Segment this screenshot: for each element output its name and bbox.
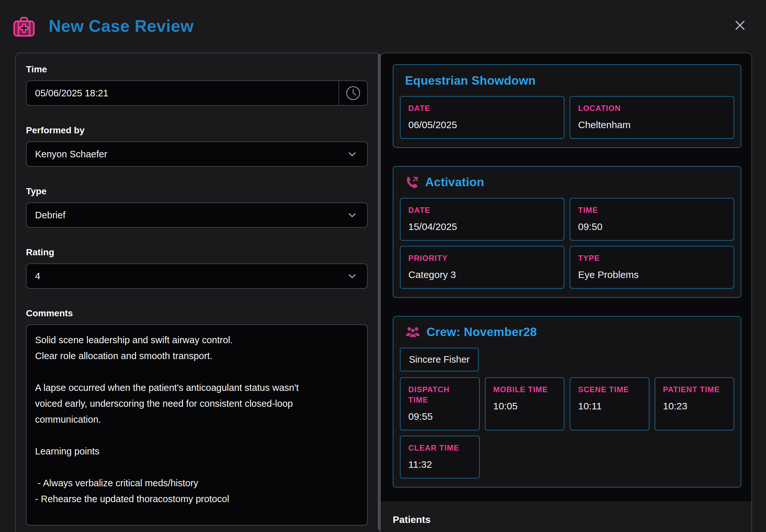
activation-priority-field: PRIORITY Category 3 [400,246,565,289]
event-card: Equestrian Showdown DATE 06/05/2025 LOCA… [393,64,741,148]
performed-by-value: Kenyon Schaefer [35,149,107,160]
patient-time-field: PATIENT TIME 10:23 [655,377,735,430]
rating-select[interactable]: 4 [26,263,368,289]
time-picker-button[interactable] [338,80,368,106]
patients-section: Patients Lorenzo Bahringer Mr. Rodolfo O… [381,501,751,532]
field-value: Category 3 [408,269,556,280]
rating-label: Rating [26,247,368,258]
case-review-form: Time Performed by Kenyon Schaefer Type D… [15,53,380,532]
close-icon [734,19,747,32]
field-value: 10:05 [493,401,556,412]
activation-date-field: DATE 15/04/2025 [400,198,565,241]
comments-label: Comments [26,308,368,319]
dispatch-time-field: DISPATCH TIME 09:55 [400,377,480,430]
type-select[interactable]: Debrief [26,202,368,228]
case-summary-panel: Equestrian Showdown DATE 06/05/2025 LOCA… [380,53,752,532]
field-value: 11:32 [408,459,471,470]
close-button[interactable] [731,16,749,34]
patients-heading: Patients [393,514,739,525]
comments-textarea[interactable]: Solid scene leadership and swift airway … [26,324,368,526]
scrollbar-thumb[interactable] [378,54,381,530]
field-label: MOBILE TIME [493,384,556,395]
chevron-down-icon [347,149,357,159]
clock-icon [346,86,360,101]
time-input[interactable] [26,80,338,106]
field-label: LOCATION [578,103,726,114]
performed-by-select[interactable]: Kenyon Schaefer [26,141,368,167]
field-value: 10:23 [663,401,726,412]
clear-time-field: CLEAR TIME 11:32 [400,436,480,478]
dialog-header: New Case Review [0,0,766,42]
crew-group-icon [405,325,421,339]
phone-outgoing-icon [405,175,420,189]
first-aid-kit-icon [12,14,36,38]
field-label: TYPE [578,253,726,263]
time-label: Time [26,64,368,75]
type-label: Type [26,186,368,197]
field-value: 15/04/2025 [408,221,556,232]
activation-title: Activation [425,175,484,189]
performed-by-label: Performed by [26,125,368,136]
field-value: 09:55 [408,411,471,422]
rating-value: 4 [35,271,40,282]
crew-member-chip: Sincere Fisher [400,348,479,371]
scene-time-field: SCENE TIME 10:11 [570,377,650,430]
mobile-time-field: MOBILE TIME 10:05 [485,377,565,430]
field-label: DATE [408,205,556,215]
field-value: 10:11 [578,401,641,412]
page-title: New Case Review [49,16,194,36]
type-value: Debrief [35,210,66,221]
activation-type-field: TYPE Eye Problems [570,246,734,289]
field-label: DISPATCH TIME [408,384,471,405]
activation-time-field: TIME 09:50 [570,198,734,241]
event-location-field: LOCATION Cheltenham [570,96,734,139]
field-label: TIME [578,205,726,215]
field-value: 09:50 [578,221,726,232]
chevron-down-icon [347,271,357,281]
activation-card: Activation DATE 15/04/2025 TIME 09:50 PR… [393,166,741,298]
chevron-down-icon [347,210,357,220]
field-label: SCENE TIME [578,384,641,395]
crew-card: Crew: November28 Sincere Fisher DISPATCH… [393,316,741,488]
event-date-field: DATE 06/05/2025 [400,96,565,139]
crew-title: Crew: November28 [427,325,537,339]
incident-summary-section: Equestrian Showdown DATE 06/05/2025 LOCA… [381,53,751,501]
field-label: PATIENT TIME [663,384,726,395]
field-label: CLEAR TIME [408,443,471,453]
field-label: PRIORITY [408,253,556,263]
field-value: Eye Problems [578,269,726,280]
field-value: Cheltenham [578,119,726,130]
event-title: Equestrian Showdown [400,73,734,96]
field-value: 06/05/2025 [408,119,556,130]
field-label: DATE [408,103,556,114]
